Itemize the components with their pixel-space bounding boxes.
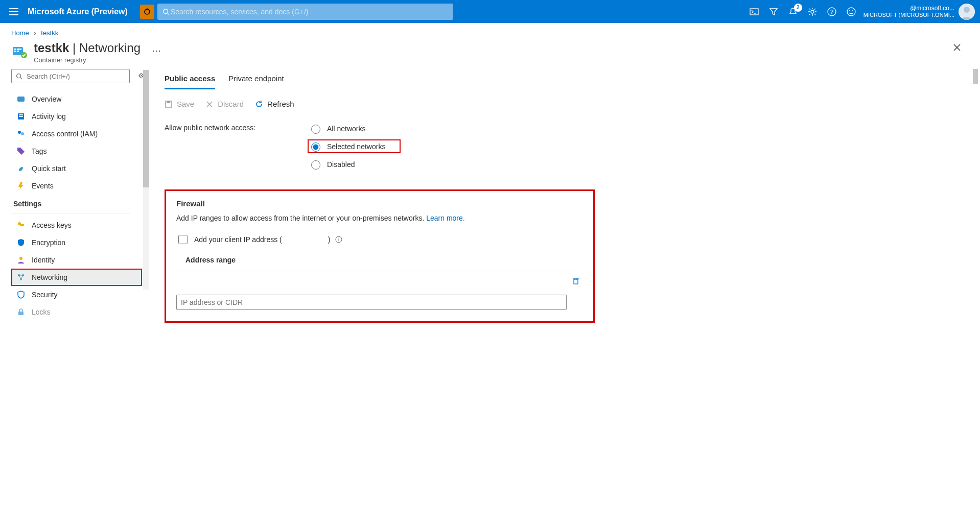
- global-search-input[interactable]: [170, 7, 448, 16]
- allow-public-access-field: Allow public network access: All network…: [165, 122, 968, 171]
- main-scrollbar-thumb[interactable]: [973, 69, 978, 84]
- key-icon: [16, 221, 26, 230]
- svg-rect-34: [20, 224, 24, 226]
- security-icon: [16, 290, 26, 299]
- sidebar-search-input[interactable]: [26, 72, 125, 81]
- svg-rect-46: [574, 279, 578, 284]
- cloud-shell-icon: [750, 7, 759, 16]
- save-button[interactable]: Save: [165, 100, 194, 108]
- nav-label: Access control (IAM): [32, 130, 98, 138]
- nav-access-control[interactable]: Access control (IAM): [11, 125, 142, 142]
- help-button[interactable]: ?: [827, 7, 837, 17]
- delete-row-button[interactable]: [572, 277, 583, 285]
- tab-private-endpoint[interactable]: Private endpoint: [228, 71, 284, 89]
- svg-rect-18: [17, 49, 19, 50]
- breadcrumb-current[interactable]: testkk: [41, 29, 58, 37]
- firewall-title: Firewall: [176, 199, 583, 208]
- table-header-divider: [176, 267, 583, 272]
- add-client-ip-checkbox[interactable]: [178, 235, 188, 244]
- svg-rect-20: [14, 51, 16, 52]
- nav-label: Encryption: [32, 238, 65, 247]
- close-blade-button[interactable]: [952, 43, 962, 52]
- account-block[interactable]: @microsoft.co... MICROSOFT (MICROSOFT.ON…: [864, 5, 954, 18]
- nav-identity[interactable]: Identity: [11, 251, 142, 269]
- svg-point-4: [164, 9, 168, 13]
- cloud-shell-button[interactable]: [749, 7, 759, 17]
- svg-rect-21: [17, 51, 19, 52]
- nav-label: Activity log: [32, 112, 66, 121]
- nav-quick-start[interactable]: Quick start: [11, 160, 142, 177]
- search-icon: [16, 73, 22, 80]
- feedback-button[interactable]: [846, 7, 856, 17]
- global-search[interactable]: [157, 4, 453, 20]
- nav-activity-log[interactable]: Activity log: [11, 108, 142, 125]
- tab-public-access[interactable]: Public access: [165, 71, 215, 89]
- networking-icon: [16, 273, 26, 282]
- firewall-description: Add IP ranges to allow access from the i…: [176, 214, 583, 222]
- identity-icon: [16, 255, 26, 265]
- main-pane: Public access Private endpoint Save Disc…: [142, 69, 980, 523]
- svg-point-35: [19, 257, 22, 260]
- add-client-ip-tail: ): [328, 235, 331, 244]
- svg-rect-41: [167, 101, 170, 103]
- svg-point-8: [811, 10, 814, 13]
- svg-point-31: [18, 131, 21, 134]
- refresh-label: Refresh: [267, 100, 294, 108]
- question-icon: ?: [827, 7, 836, 16]
- nav-security[interactable]: Security: [11, 286, 142, 303]
- svg-point-13: [852, 10, 853, 11]
- breadcrumb-home[interactable]: Home: [11, 29, 29, 37]
- nav-locks[interactable]: Locks: [11, 303, 142, 321]
- svg-point-15: [964, 7, 970, 13]
- firewall-learn-more-link[interactable]: Learn more.: [426, 214, 464, 222]
- notifications-button[interactable]: 2: [788, 7, 798, 17]
- resource-type-icon: [11, 43, 29, 60]
- radio-all-networks[interactable]: All networks: [308, 122, 401, 135]
- radio-disabled[interactable]: Disabled: [308, 157, 401, 171]
- radio-disabled-input[interactable]: [311, 160, 320, 170]
- resource-type-label: Container registry: [34, 56, 141, 64]
- nav-events[interactable]: Events: [11, 177, 142, 195]
- radio-selected-networks-input[interactable]: [311, 142, 320, 152]
- nav-overview[interactable]: Overview: [11, 90, 142, 108]
- filter-icon: [769, 7, 778, 16]
- nav-label: Overview: [32, 95, 61, 103]
- radio-selected-networks[interactable]: Selected networks: [308, 139, 401, 153]
- info-icon[interactable]: i: [335, 236, 342, 243]
- ip-address-input[interactable]: [176, 295, 567, 310]
- radio-label: Disabled: [327, 160, 355, 169]
- allow-public-access-options: All networks Selected networks Disabled: [308, 122, 401, 171]
- svg-point-12: [849, 10, 850, 11]
- events-icon: [16, 181, 26, 190]
- settings-button[interactable]: [807, 7, 818, 17]
- svg-point-25: [17, 74, 21, 78]
- avatar[interactable]: [959, 4, 975, 20]
- brand-title[interactable]: Microsoft Azure (Preview): [28, 7, 128, 16]
- more-actions-button[interactable]: ⋯: [152, 45, 162, 56]
- svg-rect-17: [14, 49, 16, 50]
- preview-bug-button[interactable]: [140, 5, 154, 19]
- nav-label: Quick start: [32, 164, 66, 173]
- nav-networking[interactable]: Networking: [11, 269, 142, 286]
- hamburger-icon[interactable]: [9, 6, 21, 18]
- directory-filter-button[interactable]: [768, 7, 779, 17]
- radio-label: All networks: [327, 125, 365, 133]
- quick-start-icon: [16, 164, 26, 173]
- nav-encryption[interactable]: Encryption: [11, 234, 142, 251]
- search-icon: [162, 8, 170, 15]
- svg-rect-27: [17, 97, 25, 102]
- add-client-ip-label: Add your client IP address (: [194, 235, 282, 244]
- command-bar: Save Discard Refresh: [165, 100, 968, 108]
- discard-button[interactable]: Discard: [205, 100, 244, 108]
- refresh-button[interactable]: Refresh: [255, 100, 294, 108]
- page-title-bar: testkk | Networking Container registry ⋯: [0, 39, 980, 69]
- nav-tags[interactable]: Tags: [11, 142, 142, 160]
- radio-all-networks-input[interactable]: [311, 125, 320, 134]
- nav-label: Security: [32, 291, 58, 299]
- nav-access-keys[interactable]: Access keys: [11, 217, 142, 234]
- sidebar-nav: Overview Activity log Access control (IA…: [11, 90, 142, 321]
- nav-label: Access keys: [32, 221, 72, 229]
- sidebar-search[interactable]: [11, 69, 130, 83]
- notification-count-badge: 2: [794, 4, 802, 12]
- firewall-section: Firewall Add IP ranges to allow access f…: [165, 189, 595, 323]
